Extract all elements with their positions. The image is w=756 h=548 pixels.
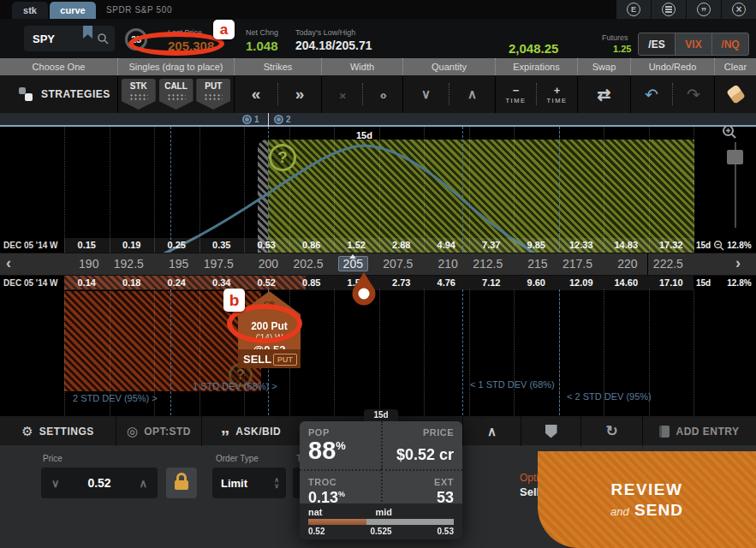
tag-put-badge: PUT bbox=[273, 354, 297, 366]
strike-cell[interactable]: 222.5 bbox=[647, 253, 693, 275]
option-price-cell[interactable]: 0.52 bbox=[244, 276, 289, 290]
shield-button[interactable] bbox=[521, 416, 580, 446]
add-entry-button[interactable]: ADD ENTRY bbox=[642, 416, 756, 446]
widen-width-icon[interactable]: ‹› bbox=[380, 87, 385, 102]
option-price-cell[interactable]: 14.60 bbox=[604, 276, 649, 290]
review-and-send-button[interactable]: REVIEW and SEND bbox=[538, 451, 756, 548]
option-price-cell[interactable]: 0.19 bbox=[110, 238, 155, 253]
tab-nq[interactable]: /NQ bbox=[711, 33, 748, 55]
chip-put[interactable]: PUT bbox=[196, 79, 230, 110]
option-price-cell[interactable]: 4.94 bbox=[424, 238, 469, 253]
strike-cell[interactable]: 220 bbox=[603, 253, 647, 275]
option-price-cell[interactable]: 0.24 bbox=[154, 276, 199, 290]
symbol-input[interactable]: SPY bbox=[24, 26, 115, 51]
option-price-cell[interactable]: 0.53 bbox=[244, 238, 289, 253]
zoom-in-icon[interactable] bbox=[722, 124, 737, 140]
strike-cell[interactable]: 200 bbox=[244, 253, 289, 275]
tab-stk[interactable]: stk bbox=[12, 2, 48, 19]
strategies-button[interactable]: STRATEGIES bbox=[0, 75, 117, 113]
scroll-strikes-left-icon[interactable]: ‹ bbox=[6, 254, 11, 272]
option-price-cell[interactable]: 7.12 bbox=[469, 276, 515, 290]
stats-days-tab[interactable]: 15d bbox=[364, 409, 398, 421]
strike-cell[interactable]: 210 bbox=[423, 253, 467, 275]
ask-bid-button[interactable]: ” ASK/BID bbox=[201, 416, 300, 446]
collapse-button[interactable]: ∧ bbox=[462, 416, 521, 446]
opt-std-button[interactable]: ◎ OPT:STD bbox=[116, 416, 201, 446]
option-price-cell[interactable]: 7.37 bbox=[469, 238, 515, 253]
strikes-left-icon[interactable]: « bbox=[252, 85, 261, 104]
zoom-slider-handle[interactable] bbox=[727, 150, 743, 164]
strike-cell[interactable]: 212.5 bbox=[468, 253, 513, 275]
narrow-width-icon[interactable]: ›‹ bbox=[339, 87, 344, 102]
edge-button[interactable]: E bbox=[616, 0, 651, 19]
redo-icon[interactable]: ↷ bbox=[687, 85, 700, 104]
chip-stk[interactable]: STK bbox=[122, 79, 156, 110]
swap-icon[interactable]: ⇄ bbox=[598, 85, 611, 104]
strike-cell[interactable]: 215 bbox=[513, 253, 557, 275]
option-price-cell[interactable]: 0.35 bbox=[199, 238, 245, 253]
option-price-cell[interactable]: 2.73 bbox=[379, 276, 425, 290]
expiration-badge-1[interactable]: 1 bbox=[242, 115, 259, 124]
strikes-right-icon[interactable]: » bbox=[295, 85, 305, 104]
section-undo-redo: Undo/Redo bbox=[630, 58, 714, 75]
option-price-cell[interactable]: 0.85 bbox=[289, 276, 335, 290]
expiration-badge-2[interactable]: 2 bbox=[274, 115, 291, 124]
quote-button[interactable]: ” bbox=[687, 0, 721, 19]
price-stepper[interactable]: ∨ 0.52 ∧ bbox=[41, 468, 158, 498]
strike-cell[interactable]: 192.5 bbox=[109, 253, 153, 275]
help-icon[interactable]: ? bbox=[269, 144, 296, 171]
tab-es[interactable]: /ES bbox=[639, 33, 675, 55]
option-price-cell[interactable]: 9.85 bbox=[514, 238, 559, 253]
std-dev-line bbox=[462, 289, 463, 415]
scroll-strikes-right-icon[interactable]: › bbox=[735, 254, 741, 272]
strike-cell[interactable]: 217.5 bbox=[558, 253, 603, 275]
order-type-select[interactable]: Limit ∧∨ bbox=[212, 468, 286, 498]
refresh-button[interactable]: ↻ bbox=[580, 416, 642, 446]
option-price-cell[interactable]: 0.14 bbox=[64, 276, 110, 290]
current-price-pin[interactable] bbox=[352, 271, 376, 307]
plus-time-button[interactable]: + TIME bbox=[547, 85, 568, 104]
strike-cell[interactable]: 207.5 bbox=[378, 253, 423, 275]
list-button[interactable] bbox=[652, 0, 686, 19]
option-price-cell[interactable]: 12.09 bbox=[559, 276, 604, 290]
quantity-down-icon[interactable]: ∨ bbox=[421, 86, 431, 102]
tab-vix[interactable]: VIX bbox=[675, 33, 711, 55]
close-button[interactable]: × bbox=[722, 0, 756, 19]
option-price-cell[interactable]: 17.10 bbox=[649, 276, 694, 290]
option-price-cell[interactable]: 0.86 bbox=[289, 238, 335, 253]
bookmark-icon[interactable] bbox=[83, 26, 92, 39]
upper-expiry-label[interactable]: DEC 05 '14 W bbox=[3, 241, 58, 250]
price-increment-icon[interactable]: ∧ bbox=[139, 477, 147, 490]
strike-cell[interactable]: 190 bbox=[64, 253, 109, 275]
option-price-cell[interactable]: 0.18 bbox=[110, 276, 155, 290]
option-price-cell[interactable]: 14.83 bbox=[604, 238, 649, 253]
eraser-icon[interactable] bbox=[726, 84, 746, 104]
option-price-cell[interactable]: 17.32 bbox=[649, 238, 694, 253]
strike-cell[interactable]: 197.5 bbox=[199, 253, 243, 275]
drag-dots-icon bbox=[129, 93, 148, 101]
zoom-out-icon[interactable] bbox=[713, 240, 724, 251]
ext-label: EXT bbox=[391, 477, 454, 487]
option-price-cell[interactable]: 12.33 bbox=[559, 238, 604, 253]
minus-time-button[interactable]: − TIME bbox=[506, 85, 527, 104]
lower-expiry-label[interactable]: DEC 05 '14 W bbox=[3, 278, 58, 288]
gear-icon: ⚙ bbox=[21, 424, 33, 439]
option-price-cell[interactable]: 0.25 bbox=[154, 238, 199, 253]
option-price-cell[interactable]: 0.15 bbox=[64, 238, 110, 253]
price-lock-button[interactable] bbox=[166, 468, 197, 498]
option-price-cell[interactable]: 2.88 bbox=[379, 238, 425, 253]
tab-curve[interactable]: curve bbox=[50, 2, 96, 19]
settings-button[interactable]: ⚙ SETTINGS bbox=[0, 416, 116, 446]
price-range-bar[interactable] bbox=[308, 519, 454, 525]
strike-cell[interactable]: 202.5 bbox=[289, 253, 333, 275]
option-price-cell[interactable]: 4.76 bbox=[424, 276, 469, 290]
option-price-cell[interactable]: 9.60 bbox=[514, 276, 559, 290]
chip-call[interactable]: CALL bbox=[159, 79, 193, 110]
quantity-up-icon[interactable]: ∧ bbox=[467, 86, 477, 102]
iv-label: 12.8% bbox=[727, 278, 751, 288]
strike-cell[interactable]: 195 bbox=[154, 253, 199, 275]
search-icon[interactable] bbox=[97, 33, 109, 45]
price-decrement-icon[interactable]: ∨ bbox=[51, 477, 60, 490]
undo-icon[interactable]: ↶ bbox=[645, 85, 658, 104]
e-icon: E bbox=[627, 3, 640, 16]
